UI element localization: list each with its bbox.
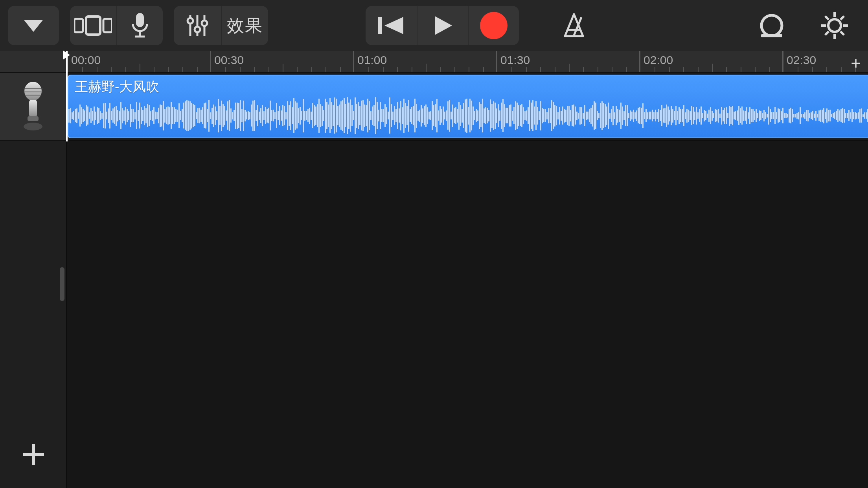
ruler-segment: 02:00 — [639, 51, 782, 72]
svg-marker-15 — [435, 16, 452, 35]
plus-icon — [20, 441, 47, 468]
tracks-view-button[interactable] — [70, 6, 116, 45]
waveform-icon — [68, 94, 868, 138]
svg-point-19 — [761, 15, 782, 36]
microphone-icon — [131, 12, 149, 39]
add-track-button[interactable] — [0, 421, 67, 488]
svg-point-30 — [24, 82, 42, 101]
metronome-button[interactable] — [548, 6, 600, 45]
record-icon — [480, 12, 508, 39]
ruler-segment: 00:00 — [67, 51, 210, 72]
mic-view-button[interactable] — [116, 6, 163, 45]
svg-point-21 — [828, 19, 841, 32]
svg-rect-3 — [103, 19, 112, 32]
metronome-icon — [560, 12, 588, 39]
play-button[interactable] — [417, 6, 468, 45]
ruler-segment: 01:30 — [496, 51, 639, 72]
svg-rect-31 — [29, 100, 37, 117]
svg-rect-20 — [761, 34, 782, 37]
rewind-button[interactable] — [366, 6, 417, 45]
svg-line-29 — [825, 31, 829, 35]
transport-group — [366, 6, 519, 45]
svg-line-27 — [840, 31, 844, 35]
tracks-view-icon — [74, 15, 112, 36]
svg-rect-2 — [86, 17, 100, 35]
svg-point-10 — [195, 27, 200, 32]
audio-clip[interactable]: 王赫野-大风吹 — [68, 75, 868, 138]
loop-icon — [756, 12, 787, 39]
project-dropdown-button[interactable] — [8, 6, 59, 45]
zoom-in-button[interactable]: + — [851, 53, 861, 73]
microphone-track-icon — [18, 81, 48, 132]
track-lane-1[interactable]: 王赫野-大风吹 — [67, 73, 868, 141]
gear-icon — [820, 11, 850, 40]
empty-tracks-area[interactable] — [67, 141, 868, 488]
rewind-icon — [377, 15, 405, 37]
playhead-line — [66, 51, 68, 141]
record-button[interactable] — [468, 6, 519, 45]
playhead[interactable] — [66, 51, 68, 141]
ruler-segment: 00:30 — [210, 51, 353, 72]
svg-point-8 — [188, 18, 193, 24]
sliders-icon — [185, 13, 210, 38]
settings-button[interactable] — [809, 6, 860, 45]
triangle-down-icon — [22, 18, 44, 33]
track-header-audio[interactable] — [0, 73, 66, 141]
svg-point-12 — [202, 20, 207, 26]
svg-line-17 — [574, 17, 581, 35]
timeline-ruler[interactable]: 00:0000:3001:0001:3002:0002:30 + — [0, 51, 868, 73]
fx-group: 效果 — [174, 6, 268, 45]
fx-label: 效果 — [227, 14, 263, 37]
svg-line-28 — [840, 16, 844, 20]
svg-line-26 — [825, 16, 829, 20]
svg-marker-14 — [384, 17, 403, 34]
svg-rect-1 — [74, 19, 83, 32]
fx-button[interactable]: 效果 — [221, 6, 268, 45]
view-mode-group — [70, 6, 163, 45]
svg-rect-32 — [28, 116, 39, 121]
loop-button[interactable] — [746, 6, 797, 45]
tracks-area: 王赫野-大风吹 — [0, 73, 868, 488]
mixer-button[interactable] — [174, 6, 221, 45]
svg-rect-4 — [136, 13, 144, 27]
play-icon — [431, 14, 454, 37]
svg-point-33 — [24, 123, 42, 130]
svg-marker-0 — [24, 20, 43, 32]
top-toolbar: 效果 — [0, 0, 868, 51]
track-scroll-thumb[interactable] — [60, 267, 64, 301]
ruler-segment: 01:00 — [353, 51, 496, 72]
svg-rect-13 — [378, 17, 382, 34]
